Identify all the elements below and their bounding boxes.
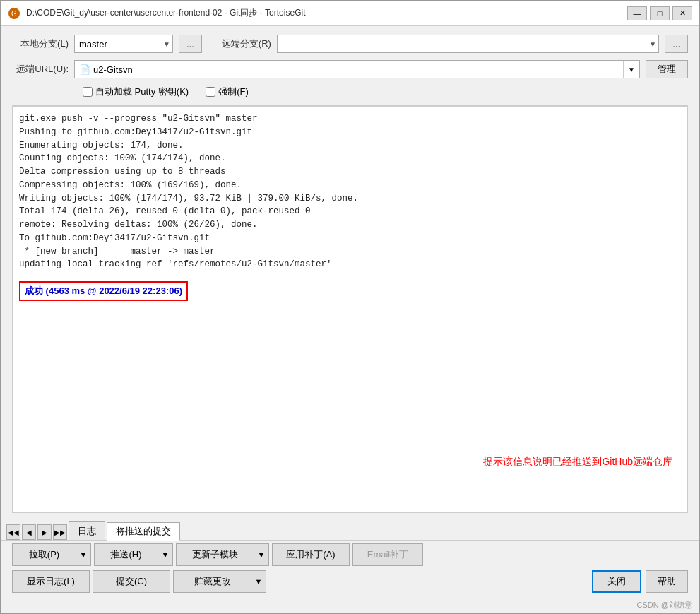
apply-patch-button[interactable]: 应用补丁(A) <box>272 543 350 566</box>
manage-button[interactable]: 管理 <box>646 60 688 78</box>
local-branch-label: 本地分支(L) <box>12 37 69 50</box>
tab-commits-label: 将推送的提交 <box>116 525 171 538</box>
push-btn-group: 推送(H) ▼ <box>94 543 173 566</box>
local-branch-dots-button[interactable]: ... <box>179 35 202 53</box>
tab-log-label: 日志 <box>78 525 96 538</box>
close-window-button[interactable]: ✕ <box>672 6 692 20</box>
branch-row: 本地分支(L) master ▼ ... 远端分支(R) ▼ ... <box>12 35 688 53</box>
log-area: git.exe push -v --progress "u2-Gitsvn" m… <box>12 105 688 513</box>
tab-nav-prev-button[interactable]: ◀ <box>22 524 36 540</box>
success-text: 成功 (4563 ms @ 2022/6/19 22:23:06) <box>25 285 182 296</box>
remote-url-file-icon: 📄 <box>79 64 90 75</box>
success-container: 成功 (4563 ms @ 2022/6/19 22:23:06) <box>19 277 681 301</box>
footer: CSDN @刘德意 <box>1 598 699 613</box>
tab-commits-to-push[interactable]: 将推送的提交 <box>107 522 180 541</box>
footer-text: CSDN @刘德意 <box>637 601 692 609</box>
remote-branch-dots-button[interactable]: ... <box>665 35 688 53</box>
tab-nav-first-button[interactable]: ◀◀ <box>6 524 20 540</box>
commit-button[interactable]: 提交(C) <box>93 570 170 593</box>
title-bar: G D:\CODE\Git_dy\user-center\usercenter-… <box>1 1 699 26</box>
log-content: git.exe push -v --progress "u2-Gitsvn" m… <box>19 112 681 271</box>
remote-url-label: 远端URL(U): <box>12 63 69 76</box>
stash-button[interactable]: 贮藏更改 <box>173 570 251 593</box>
force-label: 强制(F) <box>218 85 249 98</box>
tab-log[interactable]: 日志 <box>69 521 105 540</box>
pull-btn-group: 拉取(P) ▼ <box>12 543 91 566</box>
update-submodule-dropdown-button[interactable]: ▼ <box>254 543 269 566</box>
remote-branch-select-wrapper[interactable]: ▼ <box>277 35 659 53</box>
window-title: D:\CODE\Git_dy\user-center\usercenter-fr… <box>26 7 305 19</box>
local-branch-select[interactable]: master <box>74 35 173 53</box>
content-area: 本地分支(L) master ▼ ... 远端分支(R) ▼ ... 远端URL… <box>1 26 699 521</box>
update-submodule-button[interactable]: 更新子模块 <box>176 543 254 566</box>
auto-putty-checkbox[interactable] <box>83 87 93 97</box>
update-submodule-btn-group: 更新子模块 ▼ <box>176 543 269 566</box>
push-dropdown-button[interactable]: ▼ <box>158 543 173 566</box>
stash-btn-group: 贮藏更改 ▼ <box>173 570 266 593</box>
checkbox-row: 自动加载 Putty 密钥(K) 强制(F) <box>12 85 688 98</box>
annotation-text: 提示该信息说明已经推送到GitHub远端仓库 <box>483 454 672 469</box>
remote-branch-select[interactable] <box>277 35 659 53</box>
app-icon: G <box>8 7 20 20</box>
main-window: G D:\CODE\Git_dy\user-center\usercenter-… <box>0 0 700 614</box>
pull-dropdown-button[interactable]: ▼ <box>76 543 91 566</box>
remote-branch-label: 远端分支(R) <box>208 37 271 50</box>
tab-bar: ◀◀ ◀ ▶ ▶▶ 日志 将推送的提交 <box>1 521 699 541</box>
remote-url-dropdown-arrow[interactable]: ▼ <box>623 61 639 78</box>
svg-text:G: G <box>11 10 17 18</box>
close-help-group: 关闭 帮助 <box>592 570 688 593</box>
remote-url-value: u2-Gitsvn <box>93 64 133 75</box>
help-button[interactable]: 帮助 <box>646 570 688 593</box>
local-branch-select-wrapper[interactable]: master ▼ <box>74 35 173 53</box>
tab-nav-next-button[interactable]: ▶ <box>37 524 52 540</box>
stash-dropdown-button[interactable]: ▼ <box>251 570 266 593</box>
force-checkbox-label[interactable]: 强制(F) <box>206 85 249 98</box>
remote-url-wrapper[interactable]: 📄 u2-Gitsvn ▼ <box>74 60 640 78</box>
auto-putty-checkbox-label[interactable]: 自动加载 Putty 密钥(K) <box>83 85 189 98</box>
minimize-button[interactable]: — <box>627 6 647 20</box>
close-button[interactable]: 关闭 <box>592 570 641 593</box>
email-patch-button[interactable]: Email补丁 <box>352 543 423 566</box>
pull-button[interactable]: 拉取(P) <box>12 543 76 566</box>
remote-url-row: 远端URL(U): 📄 u2-Gitsvn ▼ 管理 <box>12 60 688 78</box>
maximize-button[interactable]: □ <box>650 6 670 20</box>
auto-putty-label: 自动加载 Putty 密钥(K) <box>95 85 189 98</box>
bottom-section: 拉取(P) ▼ 推送(H) ▼ 更新子模块 ▼ 应用补丁(A) Email补丁 … <box>1 541 699 598</box>
force-checkbox[interactable] <box>206 87 215 97</box>
bottom-row1: 拉取(P) ▼ 推送(H) ▼ 更新子模块 ▼ 应用补丁(A) Email补丁 <box>12 543 688 566</box>
push-button[interactable]: 推送(H) <box>94 543 158 566</box>
title-controls: — □ ✕ <box>627 6 692 20</box>
tab-nav-last-button[interactable]: ▶▶ <box>53 524 67 540</box>
show-log-button[interactable]: 显示日志(L) <box>12 570 90 593</box>
success-box: 成功 (4563 ms @ 2022/6/19 22:23:06) <box>19 281 188 301</box>
remote-url-inner: 📄 u2-Gitsvn <box>75 64 623 75</box>
bottom-row2: 显示日志(L) 提交(C) 贮藏更改 ▼ 关闭 帮助 <box>12 570 688 593</box>
title-bar-left: G D:\CODE\Git_dy\user-center\usercenter-… <box>8 7 305 20</box>
